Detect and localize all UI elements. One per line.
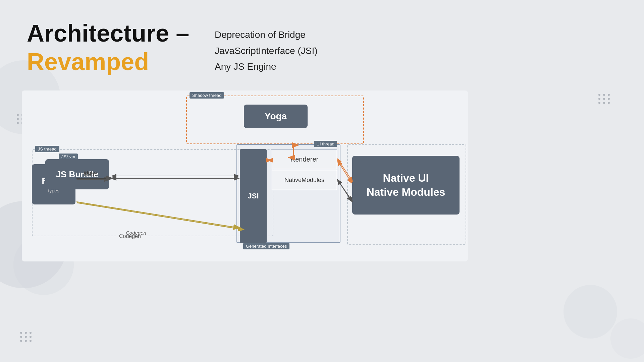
dots-decoration-right [598,94,610,104]
js-thread-label: JS thread [35,146,59,152]
title-line1: Architecture – [27,20,189,47]
yoga-box: Yoga [244,105,308,128]
renderer-box: Renderer [272,149,337,169]
shadow-thread-box: Shadow thread Yoga [186,96,364,144]
diagram-container: Shadow thread Yoga JS thread UI thread J… [22,90,468,261]
generated-interfaces-label: Generated Interfaces [243,243,289,249]
features-list: Deprecation of Bridge JavaScriptInterfac… [215,27,318,75]
feature-3: Any JS Engine [215,59,318,75]
native-ui-box: Native UINative Modules [352,156,460,215]
dots-decoration-bottom-left [20,332,32,342]
feature-1: Deprecation of Bridge [215,27,318,43]
feature-2: JavaScriptInterface (JSI) [215,43,318,59]
ui-thread-label: UI thread [314,141,337,147]
js-bundle-box: JS Bundle [45,159,109,189]
header: Architecture – Revamped [27,20,189,75]
native-ui-label: Native UINative Modules [367,171,445,199]
title-architecture: Architecture – [27,20,189,47]
title-revamped: Revamped [27,48,189,75]
native-modules-inner-box: NativeModules [272,170,337,190]
jsi-column: JSI [240,149,267,243]
shadow-thread-label: Shadow thread [190,92,224,99]
